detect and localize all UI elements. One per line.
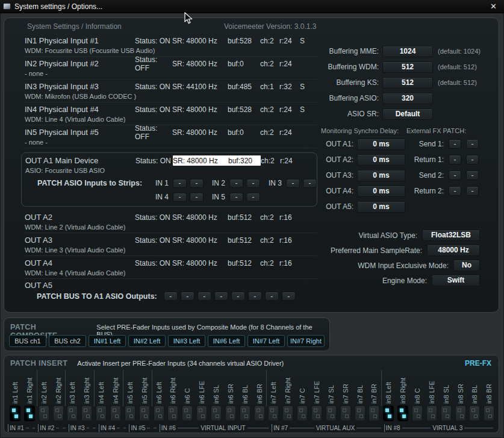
- device-name[interactable]: IN2 Physical Input #2: [25, 59, 135, 68]
- patch-asio-left-button[interactable]: -: [173, 193, 187, 202]
- preferred-samplerate-button[interactable]: 48000 Hz: [427, 245, 480, 256]
- monitoring-delay-value-button[interactable]: 0 ms: [357, 139, 405, 150]
- patch-bus-button[interactable]: -: [248, 292, 262, 301]
- insert-toggle-button[interactable]: [412, 405, 423, 421]
- out-a1-sr-buf-highlight[interactable]: SR: 48000 Hz buf:320: [173, 155, 261, 166]
- external-fx-right-button[interactable]: -: [466, 155, 479, 164]
- composite-source-button[interactable]: BUS ch1: [9, 335, 46, 347]
- insert-toggle-button[interactable]: [297, 405, 308, 421]
- insert-toggle-button[interactable]: [311, 405, 322, 421]
- insert-toggle-button[interactable]: [469, 405, 480, 421]
- patch-asio-left-button[interactable]: -: [173, 179, 187, 188]
- patch-asio-left-button[interactable]: -: [229, 193, 243, 202]
- external-fx-right-button[interactable]: -: [466, 171, 479, 180]
- composite-source-button[interactable]: IN#6 Left: [208, 335, 245, 347]
- insert-toggle-button[interactable]: [196, 405, 207, 421]
- device-name[interactable]: OUT A2: [25, 213, 135, 222]
- patch-bus-button[interactable]: -: [265, 292, 279, 301]
- insert-toggle-button[interactable]: [455, 405, 466, 421]
- insert-toggle-button[interactable]: [383, 405, 394, 421]
- patch-bus-button[interactable]: -: [198, 292, 211, 301]
- insert-toggle-button[interactable]: [167, 405, 178, 421]
- insert-toggle-button[interactable]: [139, 405, 150, 421]
- monitoring-delay-value-button[interactable]: 0 ms: [357, 154, 405, 166]
- patch-asio-left-button[interactable]: -: [286, 179, 300, 188]
- insert-toggle-button[interactable]: [268, 405, 279, 421]
- insert-toggle-button[interactable]: [426, 405, 437, 421]
- insert-toggle-button[interactable]: [484, 405, 494, 421]
- insert-toggle-button[interactable]: [39, 405, 49, 421]
- patch-asio-right-button[interactable]: -: [190, 179, 204, 188]
- insert-toggle-button[interactable]: [81, 405, 92, 421]
- patch-asio-right-button[interactable]: -: [246, 179, 260, 188]
- device-name[interactable]: OUT A1 Main Device: [25, 156, 135, 165]
- external-fx-left-button[interactable]: -: [449, 186, 461, 196]
- insert-toggle-button[interactable]: [67, 405, 78, 421]
- buffering-value-button[interactable]: 1024: [382, 46, 433, 57]
- insert-toggle-button[interactable]: [125, 405, 135, 421]
- insert-toggle-button[interactable]: [340, 405, 351, 421]
- insert-toggle-button[interactable]: [10, 405, 20, 421]
- external-fx-right-button[interactable]: -: [466, 186, 479, 196]
- buffering-value-button[interactable]: 512: [382, 77, 433, 89]
- monitoring-delay-value-button[interactable]: 0 ms: [357, 170, 405, 181]
- insert-toggle-button[interactable]: [110, 405, 121, 421]
- patch-asio-left-button[interactable]: -: [229, 179, 243, 188]
- external-fx-left-button[interactable]: -: [449, 155, 461, 164]
- output-device-row[interactable]: OUT A2 Status: ON SR: 48000 Hz buf:512 c…: [25, 210, 317, 233]
- composite-source-button[interactable]: IN#7 Left: [247, 335, 285, 347]
- monitoring-delay-value-button[interactable]: 0 ms: [357, 201, 405, 213]
- input-device-row[interactable]: IN4 Physical Input #4 Status: ON SR: 480…: [25, 102, 317, 125]
- patch-bus-button[interactable]: -: [282, 292, 296, 301]
- external-fx-left-button[interactable]: -: [449, 139, 461, 149]
- patch-bus-button[interactable]: -: [164, 292, 178, 301]
- external-fx-right-button[interactable]: -: [466, 139, 479, 149]
- output-device-row[interactable]: OUT A4 Status: ON SR: 48000 Hz buf:512 c…: [25, 256, 317, 279]
- composite-source-button[interactable]: IN#2 Left: [128, 335, 166, 347]
- insert-toggle-button[interactable]: [326, 405, 337, 421]
- insert-toggle-button[interactable]: [53, 405, 64, 421]
- buffering-value-button[interactable]: 320: [382, 93, 433, 104]
- engine-mode-button[interactable]: Swift: [432, 275, 480, 286]
- monitoring-delay-value-button[interactable]: 0 ms: [357, 186, 405, 197]
- insert-toggle-button[interactable]: [24, 405, 35, 421]
- insert-toggle-button[interactable]: [254, 405, 265, 421]
- insert-toggle-button[interactable]: [96, 405, 107, 421]
- composite-source-button[interactable]: IN#1 Left: [89, 335, 126, 347]
- patch-bus-button[interactable]: -: [214, 292, 228, 301]
- buffering-value-button[interactable]: Default: [382, 108, 433, 120]
- output-device-row[interactable]: OUT A3 Status: ON SR: 48000 Hz buf:512 c…: [25, 233, 317, 256]
- insert-toggle-button[interactable]: [369, 405, 379, 421]
- insert-toggle-button[interactable]: [211, 405, 222, 421]
- input-device-row[interactable]: IN2 Physical Input #2 Status: OFF SR: 48…: [25, 57, 317, 80]
- input-device-row[interactable]: IN3 Physical Input #3 Status: ON SR: 441…: [25, 80, 317, 102]
- insert-toggle-button[interactable]: [154, 405, 164, 421]
- device-name[interactable]: OUT A4: [25, 258, 135, 267]
- patch-bus-button[interactable]: -: [181, 292, 194, 301]
- insert-toggle-button[interactable]: [240, 405, 250, 421]
- insert-toggle-button[interactable]: [282, 405, 293, 421]
- composite-source-button[interactable]: IN#3 Left: [168, 335, 205, 347]
- composite-source-button[interactable]: BUS ch2: [49, 335, 86, 347]
- device-name[interactable]: OUT A3: [25, 236, 135, 245]
- input-device-row[interactable]: IN5 Physical Input #5 Status: OFF SR: 48…: [25, 125, 317, 148]
- insert-toggle-button[interactable]: [397, 405, 408, 421]
- device-name[interactable]: IN4 Physical Input #4: [25, 105, 135, 114]
- composite-source-button[interactable]: IN#7 Right: [287, 335, 325, 347]
- wdm-exclusive-mode-button[interactable]: No: [453, 260, 480, 271]
- patch-asio-right-button[interactable]: -: [246, 193, 260, 202]
- insert-toggle-button[interactable]: [441, 405, 452, 421]
- device-name[interactable]: OUT A5: [25, 281, 135, 290]
- input-device-row[interactable]: IN1 Physical Input #1 Status: ON SR: 480…: [25, 34, 317, 57]
- insert-toggle-button[interactable]: [225, 405, 236, 421]
- close-icon[interactable]: ✕: [483, 1, 504, 11]
- insert-toggle-button[interactable]: [182, 405, 193, 421]
- device-name[interactable]: IN5 Physical Input #5: [25, 128, 135, 137]
- insert-toggle-button[interactable]: [355, 405, 366, 421]
- out-a5-row[interactable]: OUT A5: [25, 279, 317, 290]
- external-fx-left-button[interactable]: -: [449, 171, 461, 180]
- patch-asio-right-button[interactable]: -: [190, 193, 204, 202]
- buffering-value-button[interactable]: 512: [382, 61, 433, 73]
- virtual-asio-type-button[interactable]: Float32LSB: [422, 230, 480, 241]
- device-name[interactable]: IN1 Physical Input #1: [25, 36, 135, 45]
